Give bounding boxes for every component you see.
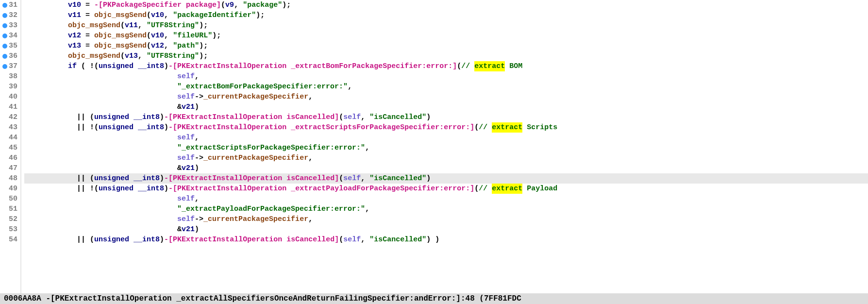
line-number[interactable]: 36 xyxy=(9,51,17,61)
keyword-self: self xyxy=(343,112,361,122)
gutter-row-37: 37 xyxy=(0,61,17,71)
line-number[interactable]: 32 xyxy=(9,10,17,20)
gutter-row-52: 52 xyxy=(0,214,17,224)
code-line-38[interactable]: self, xyxy=(24,71,868,82)
keyword-self: self xyxy=(177,214,195,224)
cast-type: unsigned __int8 xyxy=(94,112,160,122)
gutter-row-43: 43 xyxy=(0,122,17,133)
gutter-row-54: 54 xyxy=(0,235,17,245)
string-literal: "path" xyxy=(173,41,199,51)
line-number[interactable]: 43 xyxy=(9,122,17,133)
code-line-43[interactable]: || !(unsigned __int8)-[PKExtractInstallO… xyxy=(24,122,868,133)
line-number[interactable]: 31 xyxy=(9,0,17,10)
breakpoint-icon[interactable] xyxy=(2,34,7,38)
code-line-33[interactable]: objc_msgSend(v11, "UTF8String"); xyxy=(24,20,868,31)
code-line-37[interactable]: if ( !(unsigned __int8)-[PKExtractInstal… xyxy=(24,61,868,71)
line-number[interactable]: 48 xyxy=(9,173,17,184)
code-line-36[interactable]: objc_msgSend(v13, "UTF8String"); xyxy=(24,51,868,61)
func-objc-msgsend: objc_msgSend xyxy=(94,31,147,41)
var-v10: v10 xyxy=(68,0,81,10)
code-line-42[interactable]: || (unsigned __int8)-[PKExtractInstallOp… xyxy=(24,112,868,122)
code-line-44[interactable]: self, xyxy=(24,133,868,143)
cast-type: unsigned __int8 xyxy=(94,235,160,245)
code-line-45[interactable]: "_extractScriptsForPackageSpecifier:erro… xyxy=(24,143,868,153)
code-line-34[interactable]: v12 = objc_msgSend(v10, "fileURL"); xyxy=(24,31,868,41)
gutter-row-47: 47 xyxy=(0,163,17,173)
cast-type: unsigned __int8 xyxy=(99,122,164,133)
line-number[interactable]: 52 xyxy=(9,214,17,224)
var-v9: v9 xyxy=(225,0,234,10)
code-editor[interactable]: 31 32 33 34 35 36 37 38 39 40 41 42 43 4… xyxy=(0,0,868,293)
line-number[interactable]: 54 xyxy=(9,235,17,245)
code-line-39[interactable]: "_extractBomForPackageSpecifier:error:", xyxy=(24,82,868,92)
breakpoint-icon[interactable] xyxy=(2,64,7,69)
code-line-48[interactable]: || (unsigned __int8)-[PKExtractInstallOp… xyxy=(24,173,868,184)
status-bar: 0006AA8A -[PKExtractInstallOperation _ex… xyxy=(0,293,868,304)
var-v21: v21 xyxy=(182,224,195,235)
member-current-package-specifier: _currentPackageSpecifier xyxy=(203,92,308,102)
cast-type: unsigned __int8 xyxy=(99,184,164,194)
code-line-50[interactable]: self, xyxy=(24,194,868,204)
code-line-32[interactable]: v11 = objc_msgSend(v10, "packageIdentifi… xyxy=(24,10,868,20)
code-line-51[interactable]: "_extractPayloadForPackageSpecifier:erro… xyxy=(24,204,868,214)
breakpoint-icon[interactable] xyxy=(2,13,7,18)
code-line-47[interactable]: &v21) xyxy=(24,163,868,173)
line-number[interactable]: 41 xyxy=(9,102,17,112)
code-line-31[interactable]: v10 = -[PKPackageSpecifier package](v9, … xyxy=(24,0,868,10)
code-line-52[interactable]: self->_currentPackageSpecifier, xyxy=(24,214,868,224)
string-literal: "packageIdentifier" xyxy=(173,10,256,20)
code-line-40[interactable]: self->_currentPackageSpecifier, xyxy=(24,92,868,102)
gutter-row-49: 49 xyxy=(0,184,17,194)
breakpoint-icon[interactable] xyxy=(2,44,7,49)
string-literal: "UTF8String" xyxy=(147,51,199,61)
line-number[interactable]: 49 xyxy=(9,184,17,194)
line-number[interactable]: 34 xyxy=(9,31,17,41)
var-v21: v21 xyxy=(182,102,195,112)
line-gutter: 31 32 33 34 35 36 37 38 39 40 41 42 43 4… xyxy=(0,0,21,293)
objc-call: -[PKExtractInstallOperation isCancelled] xyxy=(164,173,339,184)
keyword-if: if xyxy=(68,61,77,71)
keyword-self: self xyxy=(343,235,361,245)
gutter-row-36: 36 xyxy=(0,51,17,61)
line-number[interactable]: 44 xyxy=(9,133,17,143)
line-number[interactable]: 37 xyxy=(9,61,17,71)
line-number[interactable]: 39 xyxy=(9,82,17,92)
code-line-54[interactable]: || (unsigned __int8)-[PKExtractInstallOp… xyxy=(24,235,868,245)
line-number[interactable]: 46 xyxy=(9,153,17,163)
breakpoint-icon[interactable] xyxy=(2,3,7,8)
line-number[interactable]: 38 xyxy=(9,71,17,82)
highlight-extract: extract xyxy=(474,61,505,71)
gutter-row-48: 48 xyxy=(0,173,17,184)
line-number[interactable]: 35 xyxy=(9,41,17,51)
objc-call: -[PKExtractInstallOperation _extractBomF… xyxy=(168,61,457,71)
line-number[interactable]: 50 xyxy=(9,194,17,204)
code-line-53[interactable]: &v21) xyxy=(24,224,868,235)
gutter-row-45: 45 xyxy=(0,143,17,153)
line-number[interactable]: 42 xyxy=(9,112,17,122)
gutter-row-42: 42 xyxy=(0,112,17,122)
keyword-self: self xyxy=(177,194,195,204)
code-line-35[interactable]: v13 = objc_msgSend(v12, "path"); xyxy=(24,41,868,51)
breakpoint-icon[interactable] xyxy=(2,54,7,59)
code-line-41[interactable]: &v21) xyxy=(24,102,868,112)
member-current-package-specifier: _currentPackageSpecifier xyxy=(203,153,308,163)
string-literal: "isCancelled" xyxy=(369,173,426,184)
gutter-row-51: 51 xyxy=(0,204,17,214)
code-lines[interactable]: v10 = -[PKPackageSpecifier package](v9, … xyxy=(21,0,868,293)
line-number[interactable]: 45 xyxy=(9,143,17,153)
breakpoint-icon[interactable] xyxy=(2,23,7,28)
line-number[interactable]: 33 xyxy=(9,20,17,31)
keyword-self: self xyxy=(177,92,195,102)
line-number[interactable]: 51 xyxy=(9,204,17,214)
code-line-46[interactable]: self->_currentPackageSpecifier, xyxy=(24,153,868,163)
highlight-extract: extract xyxy=(492,122,522,133)
objc-call: -[PKExtractInstallOperation _extractScri… xyxy=(168,122,474,133)
objc-call: -[PKExtractInstallOperation isCancelled] xyxy=(164,235,339,245)
line-number[interactable]: 53 xyxy=(9,224,17,235)
func-objc-msgsend: objc_msgSend xyxy=(68,20,120,31)
gutter-row-53: 53 xyxy=(0,224,17,235)
code-line-49[interactable]: || !(unsigned __int8)-[PKExtractInstallO… xyxy=(24,184,868,194)
line-number[interactable]: 47 xyxy=(9,163,17,173)
var-v21: v21 xyxy=(182,163,195,173)
line-number[interactable]: 40 xyxy=(9,92,17,102)
